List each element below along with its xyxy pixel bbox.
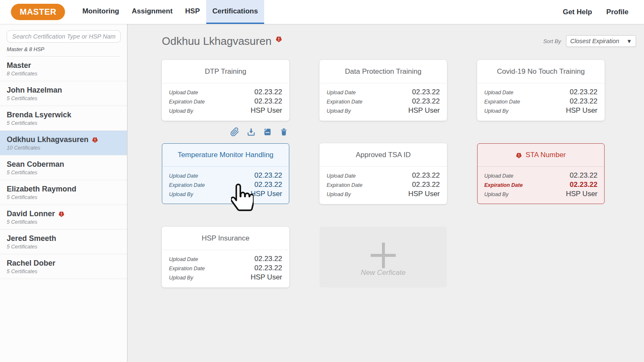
new-certificate-label: New Cerficate xyxy=(319,269,447,277)
certificate-card-approved-tsa-id[interactable]: Approved TSA ID Upload Date02.23.22 Expi… xyxy=(319,143,447,204)
selected-hsp-name: Odkhuu Lkhagvasuren xyxy=(162,35,272,47)
card-cell: Covid-19 No Touch Training Upload Date02… xyxy=(477,60,605,121)
upload-by-row: Upload ByHSP User xyxy=(169,190,282,199)
card-cell: DTP Training Upload Date02.23.22 Expirat… xyxy=(162,60,289,121)
card-cell: New Cerficate xyxy=(319,227,447,287)
upload-date-row: Upload Date02.23.22 xyxy=(327,88,440,97)
master-logo: MASTER xyxy=(11,4,65,20)
certificate-card-sta-number[interactable]: STA Number Upload Date02.23.22 Expiratio… xyxy=(477,143,605,204)
nav-right: Get Help Profile xyxy=(563,0,628,24)
certificate-count: 5 Certificates xyxy=(7,269,120,275)
download-icon[interactable] xyxy=(247,127,256,137)
certificate-card-data-protection-training[interactable]: Data Protection Training Upload Date02.2… xyxy=(319,60,447,121)
alert-icon xyxy=(58,211,65,217)
card-cell: Approved TSA ID Upload Date02.23.22 Expi… xyxy=(319,143,447,204)
expiration-date-row: Expiration Date02.23.22 xyxy=(484,97,597,106)
card-title: Temperature Monitor Handling xyxy=(162,144,289,167)
trash-icon[interactable] xyxy=(279,127,288,137)
sidebar-item-rachel-dober[interactable]: Rachel Dober 5 Certificates xyxy=(0,254,127,279)
upload-date-row: Upload Date02.23.22 xyxy=(169,255,282,264)
get-help-link[interactable]: Get Help xyxy=(563,8,592,16)
upload-by-row: Upload ByHSP User xyxy=(169,273,282,282)
hsp-name: Sean Coberman xyxy=(7,160,64,169)
search-wrap xyxy=(0,24,127,43)
card-cell: Temperature Monitor Handling Upload Date… xyxy=(162,143,289,204)
main-header: Odkhuu Lkhagvasuren Sort By Closest Expi… xyxy=(127,24,644,47)
alert-icon xyxy=(516,152,522,158)
card-cell: HSP Insurance Upload Date02.23.22 Expira… xyxy=(162,227,289,287)
sidebar-item-master[interactable]: Master 8 Certificates xyxy=(0,57,127,81)
card-title: Covid-19 No Touch Training xyxy=(478,60,604,83)
tab-hsp[interactable]: HSP xyxy=(179,0,206,24)
sort-by-dropdown[interactable]: Closest Expiration ▼ xyxy=(566,35,636,47)
certificate-count: 5 Certificates xyxy=(7,170,120,176)
sort-by-label: Sort By xyxy=(543,38,561,44)
hsp-name: Jered Smeeth xyxy=(7,234,56,243)
sidebar-item-elizabeth-raymond[interactable]: Elizabeth Raymond 5 Certificates xyxy=(0,180,127,205)
hsp-name: Elizabeth Raymond xyxy=(7,184,76,194)
certificate-count: 5 Certificates xyxy=(7,219,120,225)
alert-icon xyxy=(92,137,98,143)
certificate-card-temperature-monitor-handling[interactable]: Temperature Monitor Handling Upload Date… xyxy=(162,143,289,204)
certificate-count: 8 Certificates xyxy=(7,71,120,77)
expiration-date-row: Expiration Date02.23.22 xyxy=(327,97,440,106)
tab-assignment[interactable]: Assignment xyxy=(125,0,179,24)
expiration-date-row: Expiration Date02.23.22 xyxy=(327,181,440,190)
card-title: HSP Insurance xyxy=(162,227,289,250)
hsp-name: Brenda Lsyerwick xyxy=(7,110,71,119)
certificate-card-covid19-no-touch-training[interactable]: Covid-19 No Touch Training Upload Date02… xyxy=(477,60,605,121)
hsp-sidebar: Master & 8 HSP Master 8 Certificates Joh… xyxy=(0,24,127,362)
card-cell: STA Number Upload Date02.23.22 Expiratio… xyxy=(477,143,605,204)
upload-by-row: Upload ByHSP User xyxy=(327,190,440,199)
new-certificate-button[interactable]: New Cerficate xyxy=(319,227,447,287)
certificate-count: 5 Certificates xyxy=(7,96,120,102)
card-title: STA Number xyxy=(525,151,566,159)
expiration-date-row: Expiration Date02.23.22 xyxy=(169,97,282,106)
upload-by-row: Upload ByHSP User xyxy=(484,190,597,199)
sort-controls: Sort By Closest Expiration ▼ xyxy=(543,35,636,47)
card-title: Data Protection Training xyxy=(320,60,447,83)
hsp-name: John Hazelman xyxy=(7,85,62,95)
plus-icon xyxy=(382,243,385,268)
upload-by-row: Upload ByHSP User xyxy=(484,106,597,116)
sidebar-item-david-lonner[interactable]: David Lonner 5 Certificates xyxy=(0,205,127,230)
main-content: Odkhuu Lkhagvasuren Sort By Closest Expi… xyxy=(127,24,644,362)
upload-date-row: Upload Date02.23.22 xyxy=(169,171,282,181)
nav-tabs: Monitoring Assignment HSP Certifications xyxy=(76,0,264,24)
upload-date-row: Upload Date02.23.22 xyxy=(484,88,597,97)
certificate-card-hsp-insurance[interactable]: HSP Insurance Upload Date02.23.22 Expira… xyxy=(162,227,289,287)
expiration-date-row: Expiration Date02.23.22 xyxy=(484,181,597,190)
tab-monitoring[interactable]: Monitoring xyxy=(76,0,125,24)
upload-by-row: Upload ByHSP User xyxy=(327,106,440,116)
upload-date-row: Upload Date02.23.22 xyxy=(169,88,282,97)
upload-date-row: Upload Date02.23.22 xyxy=(484,171,597,181)
certificate-file-icon[interactable] xyxy=(263,127,272,137)
card-title: Approved TSA ID xyxy=(320,144,447,167)
chevron-down-icon: ▼ xyxy=(626,38,632,44)
certificate-card-dtp-training[interactable]: DTP Training Upload Date02.23.22 Expirat… xyxy=(162,60,289,121)
profile-link[interactable]: Profile xyxy=(606,8,628,16)
upload-by-row: Upload ByHSP User xyxy=(169,106,282,116)
hsp-name: Master xyxy=(7,61,31,70)
top-navbar: MASTER Monitoring Assignment HSP Certifi… xyxy=(0,0,644,24)
sidebar-item-odkhuu-lkhagvasuren[interactable]: Odkhuu Lkhagvasuren 10 Certificates xyxy=(0,131,127,155)
sidebar-item-sean-coberman[interactable]: Sean Coberman 5 Certificates xyxy=(0,155,127,180)
card-title: DTP Training xyxy=(162,60,289,83)
hsp-name: David Lonner xyxy=(7,209,55,218)
expiration-date-row: Expiration Date02.23.22 xyxy=(169,181,282,190)
sidebar-item-brenda-lsyerwick[interactable]: Brenda Lsyerwick 5 Certificates xyxy=(0,106,127,131)
tab-certifications[interactable]: Certifications xyxy=(206,0,265,24)
card-cell: Data Protection Training Upload Date02.2… xyxy=(319,60,447,121)
page-title: Odkhuu Lkhagvasuren xyxy=(162,35,282,47)
certificate-count: 5 Certificates xyxy=(7,244,120,250)
hsp-name: Rachel Dober xyxy=(7,259,55,268)
hsp-name: Odkhuu Lkhagvasuren xyxy=(7,135,88,144)
sort-value: Closest Expiration xyxy=(570,38,619,44)
alert-icon xyxy=(275,36,282,42)
sidebar-item-john-hazelman[interactable]: John Hazelman 5 Certificates xyxy=(0,81,127,106)
upload-date-row: Upload Date02.23.22 xyxy=(327,171,440,181)
sidebar-item-jered-smeeth[interactable]: Jered Smeeth 5 Certificates xyxy=(0,230,127,254)
search-input[interactable] xyxy=(7,30,121,43)
certificates-grid: DTP Training Upload Date02.23.22 Expirat… xyxy=(162,60,644,287)
paperclip-icon[interactable] xyxy=(230,127,239,137)
